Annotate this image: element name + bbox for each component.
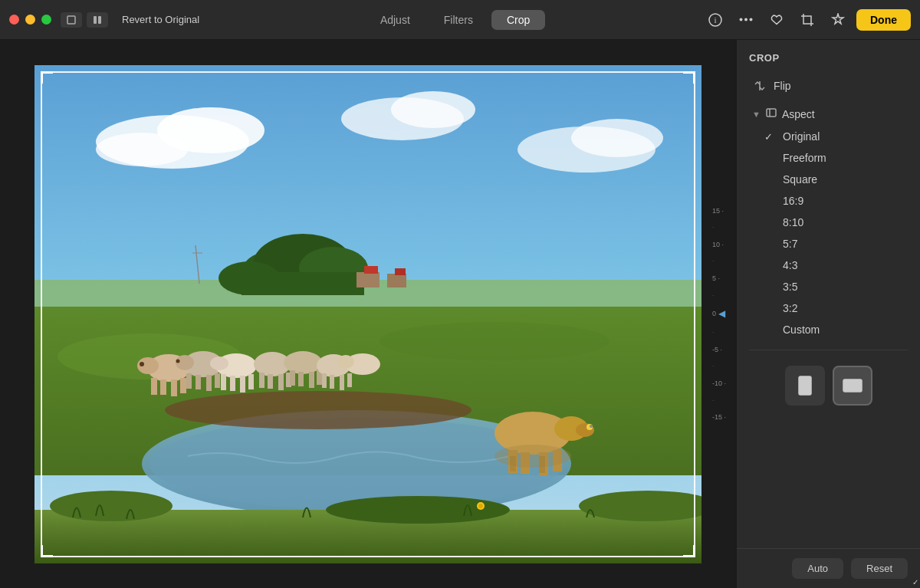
sidebar-divider [749, 350, 908, 350]
split-view-button[interactable] [87, 12, 108, 28]
tab-crop[interactable]: Crop [491, 10, 545, 30]
aspect-label-3-2: 3:2 [783, 302, 797, 314]
titlebar: Revert to Original Adjust Filters Crop i [0, 0, 920, 40]
svg-point-47 [176, 359, 180, 363]
ruler-dot-6: · [712, 397, 714, 404]
ruler-label-0: 0 [712, 310, 716, 317]
svg-rect-45 [215, 373, 220, 388]
aspect-section: ▼ Aspect ✓ Original [743, 102, 914, 340]
flip-icon [752, 78, 767, 94]
svg-rect-81 [510, 456, 516, 471]
crop-icon-button[interactable] [795, 8, 820, 32]
svg-rect-89 [767, 109, 776, 117]
svg-rect-62 [309, 372, 314, 388]
svg-point-70 [337, 355, 354, 369]
aspect-item-freeform[interactable]: ✓ Freeform [755, 147, 914, 169]
aspect-label-8-10: 8:10 [783, 216, 803, 228]
svg-point-6 [744, 18, 748, 21]
svg-rect-1 [94, 16, 97, 24]
aspect-item-16-9[interactable]: ✓ 16:9 [755, 190, 914, 212]
aspect-label-16-9: 16:9 [783, 195, 803, 207]
svg-rect-35 [151, 378, 157, 395]
ruler-zero: 0 ◀ [712, 308, 725, 319]
aspect-item-8-10[interactable]: ✓ 8:10 [755, 212, 914, 233]
main-content: 15 · · 10 · · 5 · · 0 ◀ · -5 · · -10 · ·… [0, 40, 920, 588]
svg-rect-22 [356, 272, 380, 287]
aspect-label: Aspect [782, 108, 815, 120]
photo-area[interactable]: 15 · · 10 · · 5 · · 0 ◀ · -5 · · -10 · ·… [0, 40, 736, 588]
svg-rect-61 [298, 372, 304, 386]
svg-rect-56 [268, 374, 273, 389]
svg-rect-66 [330, 375, 334, 389]
aspect-item-5-7[interactable]: ✓ 5:7 [755, 233, 914, 255]
portrait-orientation-button[interactable] [785, 366, 825, 406]
svg-point-80 [495, 445, 571, 468]
tab-filters[interactable]: Filters [429, 10, 488, 30]
svg-point-7 [750, 18, 753, 21]
flip-row[interactable]: Flip [743, 73, 914, 99]
svg-rect-0 [67, 16, 75, 24]
svg-rect-90 [799, 376, 811, 395]
ruler-label-neg10: -10 · [712, 379, 726, 387]
aspect-item-original[interactable]: ✓ Original [755, 126, 914, 147]
svg-point-40 [140, 362, 144, 366]
svg-rect-91 [843, 379, 862, 392]
aspect-label-3-5: 3:5 [783, 281, 797, 293]
svg-rect-51 [240, 376, 245, 393]
aspect-items-list: ✓ Original ✓ Freeform ✓ Square ✓ 16:9 [743, 126, 914, 340]
aspect-label-square: Square [783, 173, 817, 186]
svg-point-33 [165, 391, 472, 429]
aspect-item-square[interactable]: ✓ Square [755, 169, 914, 190]
svg-rect-55 [259, 373, 264, 388]
svg-rect-82 [539, 456, 545, 473]
svg-rect-60 [290, 370, 295, 386]
svg-rect-65 [322, 373, 327, 388]
done-button[interactable]: Done [856, 9, 911, 31]
ruler-dot-4: · [712, 329, 714, 336]
aspect-header[interactable]: ▼ Aspect [743, 102, 914, 126]
minimize-button[interactable] [25, 15, 35, 25]
aspect-label-4-3: 4:3 [783, 259, 797, 271]
flip-label: Flip [774, 80, 791, 92]
more-options-button[interactable] [734, 8, 758, 32]
landscape-orientation-button[interactable]: ✓ [833, 366, 872, 406]
favorite-button[interactable] [764, 8, 789, 32]
svg-rect-49 [221, 374, 226, 390]
svg-point-85 [326, 496, 510, 524]
aspect-item-3-5[interactable]: ✓ 3:5 [755, 276, 914, 297]
svg-rect-38 [180, 378, 186, 393]
svg-point-53 [210, 356, 228, 370]
aspect-item-custom[interactable]: ✓ Custom [755, 319, 914, 340]
info-button[interactable]: i [703, 8, 728, 32]
aspect-item-3-2[interactable]: ✓ 3:2 [755, 297, 914, 319]
svg-rect-57 [278, 374, 284, 390]
svg-rect-42 [186, 373, 192, 389]
svg-rect-21 [242, 272, 364, 295]
ruler-dot-3: · [712, 292, 714, 299]
svg-rect-36 [160, 379, 166, 395]
maximize-button[interactable] [41, 15, 51, 25]
single-view-button[interactable] [61, 12, 82, 28]
photo-image [34, 65, 702, 563]
revert-to-original-button[interactable]: Revert to Original [114, 11, 207, 28]
svg-rect-43 [196, 375, 201, 389]
auto-button[interactable]: Auto [792, 558, 843, 579]
close-button[interactable] [9, 15, 19, 25]
aspect-item-4-3[interactable]: ✓ 4:3 [755, 255, 914, 276]
toolbar-right: i Done [703, 8, 911, 32]
sidebar-footer: Auto Reset [737, 548, 920, 588]
svg-rect-52 [248, 374, 254, 389]
sidebar-section: Flip ▼ Aspect ✓ [737, 73, 920, 340]
reset-button[interactable]: Reset [851, 558, 908, 579]
svg-point-59 [284, 351, 322, 374]
check-original: ✓ [764, 131, 777, 143]
svg-rect-44 [206, 375, 212, 391]
aspect-icon [765, 107, 777, 121]
ruler-arrow: ◀ [718, 308, 725, 319]
tab-adjust[interactable]: Adjust [365, 10, 426, 30]
auto-enhance-button[interactable] [826, 8, 850, 32]
photo-container: 15 · · 10 · · 5 · · 0 ◀ · -5 · · -10 · ·… [34, 65, 702, 563]
ruler-label-10: 10 · [712, 241, 724, 248]
aspect-label-custom: Custom [783, 324, 820, 336]
svg-rect-24 [387, 274, 406, 287]
